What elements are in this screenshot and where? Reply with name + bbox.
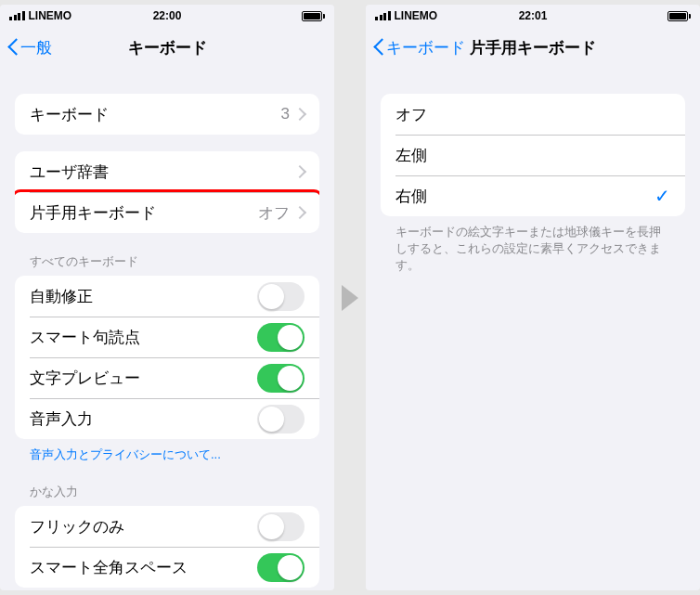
chevron-left-icon [7,38,19,57]
row-label: 片手用キーボード [30,202,258,224]
row-label: フリックのみ [30,516,257,537]
nav-header: 一般 キーボード [0,27,334,68]
carrier-label: LINEMO [29,9,72,22]
dictation-privacy-link[interactable]: 音声入力とプライバシーについて... [0,439,334,463]
row-value: 3 [281,105,290,123]
status-left: LINEMO [9,9,71,22]
toggle-character-preview[interactable] [257,364,305,393]
battery-icon [668,11,691,21]
left-phone: LINEMO 22:00 一般 キーボード キーボード 3 ユーザ辞書 [0,5,334,590]
arrow-right-icon [342,285,358,311]
row-label: 文字プレビュー [30,368,257,389]
status-left: LINEMO [375,9,437,22]
toggle-smart-fullwidth-space[interactable] [257,553,305,582]
row-keyboards[interactable]: キーボード 3 [15,94,319,135]
row-label: 左側 [395,145,670,166]
row-flick-only[interactable]: フリックのみ [15,506,319,547]
option-left[interactable]: 左側 [381,135,685,175]
row-label: 自動修正 [30,286,257,307]
row-user-dictionary[interactable]: ユーザ辞書 [15,151,319,192]
checkmark-icon: ✓ [655,185,670,207]
option-off[interactable]: オフ [381,94,685,135]
section-header-all-keyboards: すべてのキーボード [0,233,334,276]
signal-icon [9,11,25,20]
row-label: キーボード [30,104,281,125]
row-smart-fullwidth-space[interactable]: スマート全角スペース [15,547,319,588]
battery-icon [302,11,325,21]
right-phone: LINEMO 22:01 キーボード 片手用キーボード オフ 左側 右側 ✓ [366,5,700,590]
row-one-handed-keyboard[interactable]: 片手用キーボード オフ [15,192,319,233]
content: オフ 左側 右側 ✓ キーボードの絵文字キーまたは地球儀キーを長押しすると、これ… [366,68,700,590]
toggle-smart-punctuation[interactable] [257,323,305,352]
chevron-right-icon [297,108,305,121]
chevron-left-icon [373,38,384,57]
back-label: 一般 [20,37,52,58]
carrier-label: LINEMO [395,9,438,22]
row-dictation[interactable]: 音声入力 [15,398,319,439]
row-label: 音声入力 [30,408,257,430]
row-label: スマート全角スペース [30,557,257,578]
chevron-right-icon [297,206,305,219]
toggle-flick-only[interactable] [257,512,305,541]
section-header-kana: かな入力 [0,463,334,506]
group-kana: フリックのみ スマート全角スペース [15,506,319,588]
group-all-keyboards: 自動修正 スマート句読点 文字プレビュー 音声入力 [15,276,319,439]
back-label: キーボード [386,37,465,58]
row-character-preview[interactable]: 文字プレビュー [15,357,319,398]
footer-text: キーボードの絵文字キーまたは地球儀キーを長押しすると、これらの設定に素早くアクセ… [366,216,700,275]
content: キーボード 3 ユーザ辞書 片手用キーボード オフ すべてのキーボード 自動修正 [0,68,334,590]
status-bar: LINEMO 22:00 [0,5,334,27]
back-button[interactable]: キーボード [373,37,465,58]
group-dict-onehanded: ユーザ辞書 片手用キーボード オフ [15,151,319,233]
row-label: 右側 [395,186,655,207]
signal-icon [375,11,391,20]
row-value: オフ [258,202,290,224]
row-label: スマート句読点 [30,327,257,348]
row-label: ユーザ辞書 [30,162,297,183]
option-right[interactable]: 右側 ✓ [381,175,685,216]
row-label: オフ [395,104,670,125]
nav-header: キーボード 片手用キーボード [366,27,700,68]
group-one-handed-options: オフ 左側 右側 ✓ [381,94,685,216]
toggle-dictation[interactable] [257,405,305,433]
row-smart-punctuation[interactable]: スマート句読点 [15,317,319,357]
group-keyboards: キーボード 3 [15,94,319,135]
transition-arrow [334,285,366,311]
row-autocorrect[interactable]: 自動修正 [15,276,319,317]
chevron-right-icon [297,165,305,178]
back-button[interactable]: 一般 [7,37,52,58]
toggle-autocorrect[interactable] [257,282,305,311]
status-bar: LINEMO 22:01 [366,5,700,27]
